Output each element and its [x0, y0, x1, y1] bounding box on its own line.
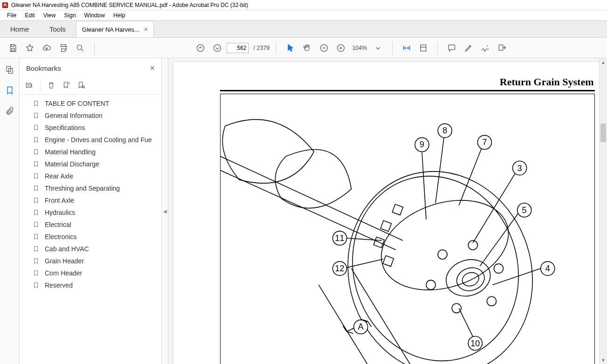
find-bookmark-icon[interactable] — [77, 81, 85, 91]
page-up-icon[interactable] — [193, 41, 208, 55]
svg-rect-2 — [61, 44, 66, 46]
fit-page-icon[interactable] — [416, 41, 431, 55]
bookmark-item[interactable]: Cab and HVAC — [20, 243, 161, 255]
svg-rect-10 — [499, 45, 503, 50]
bookmark-item[interactable]: Front Axle — [20, 194, 161, 206]
bookmark-label: Reserved — [45, 282, 73, 289]
bookmark-ribbon-icon — [33, 269, 39, 277]
bookmark-item[interactable]: Electrical — [20, 219, 161, 231]
svg-point-6 — [214, 44, 221, 51]
scroll-up-icon[interactable]: ▲ — [600, 58, 607, 66]
bookmark-item[interactable]: Material Handling — [20, 146, 161, 158]
svg-line-52 — [492, 268, 540, 285]
svg-point-20 — [441, 254, 495, 302]
menu-view[interactable]: View — [39, 12, 60, 19]
svg-line-55 — [459, 308, 473, 337]
bookmark-item[interactable]: General Information — [20, 110, 161, 122]
delete-bookmark-icon[interactable] — [47, 81, 55, 91]
zoom-dropdown-icon[interactable] — [371, 41, 386, 55]
menu-sign[interactable]: Sign — [60, 12, 80, 19]
separator — [437, 42, 438, 54]
bookmark-ribbon-icon — [33, 209, 39, 216]
svg-line-58 — [346, 238, 381, 240]
cloud-upload-icon[interactable] — [39, 41, 54, 55]
bookmark-options-icon[interactable] — [25, 81, 34, 91]
menu-edit[interactable]: Edit — [21, 12, 39, 19]
menu-file[interactable]: File — [3, 12, 21, 19]
bookmark-item[interactable]: Material Discharge — [20, 158, 161, 170]
svg-text:7: 7 — [482, 137, 487, 147]
separator — [392, 42, 393, 54]
separator — [276, 42, 276, 54]
bookmark-label: Threshing and Separating — [45, 185, 120, 192]
search-icon[interactable] — [73, 41, 88, 55]
bookmark-label: Rear Axle — [45, 172, 73, 180]
highlight-icon[interactable] — [461, 41, 476, 55]
tab-home[interactable]: Home — [0, 21, 39, 37]
new-bookmark-icon[interactable] — [62, 81, 70, 91]
bookmark-item[interactable]: Electronics — [20, 231, 161, 243]
bookmark-label: Cab and HVAC — [45, 245, 89, 253]
svg-rect-9 — [421, 45, 427, 51]
page-down-icon[interactable] — [210, 41, 225, 55]
svg-rect-3 — [62, 48, 65, 51]
svg-point-23 — [438, 250, 447, 259]
save-icon[interactable] — [6, 41, 21, 55]
print-icon[interactable] — [56, 41, 71, 55]
svg-text:5: 5 — [522, 206, 526, 215]
fit-width-icon[interactable] — [399, 41, 414, 55]
pointer-icon[interactable] — [283, 41, 298, 55]
bookmark-item[interactable]: Engine - Drives and Cooling and Fue — [20, 134, 161, 146]
hand-icon[interactable] — [300, 41, 315, 55]
bookmarks-icon[interactable] — [4, 84, 16, 96]
scroll-down-icon[interactable]: ▼ — [600, 356, 607, 364]
bookmark-label: Material Handling — [45, 148, 96, 156]
bookmark-ribbon-icon — [33, 233, 39, 240]
bookmark-ribbon-icon — [33, 197, 39, 204]
scroll-thumb[interactable] — [600, 124, 606, 142]
svg-point-25 — [494, 264, 503, 273]
collapse-handle[interactable]: ◀ — [162, 58, 168, 364]
menu-window[interactable]: Window — [80, 12, 109, 19]
zoom-in-icon[interactable] — [333, 41, 348, 55]
vertical-scrollbar[interactable]: ▲ ▼ — [599, 58, 607, 364]
menu-help[interactable]: Help — [109, 12, 130, 19]
close-icon[interactable]: × — [144, 26, 148, 33]
document-area: Return Grain System FIG. 608 71404365C — [168, 58, 607, 364]
bookmark-ribbon-icon — [33, 172, 39, 180]
close-panel-icon[interactable]: × — [150, 63, 155, 73]
svg-line-33 — [318, 285, 381, 364]
bookmark-item[interactable]: Specifications — [20, 122, 161, 134]
svg-point-24 — [468, 240, 477, 250]
zoom-out-icon[interactable] — [317, 41, 331, 55]
more-tools-icon[interactable] — [495, 41, 510, 55]
bookmark-label: Material Discharge — [45, 160, 99, 168]
bookmark-item[interactable]: Grain Header — [20, 255, 161, 267]
svg-line-40 — [459, 149, 481, 205]
bookmark-ribbon-icon — [33, 136, 39, 144]
bookmark-item[interactable]: TABLE OF CONTENT — [20, 97, 161, 110]
comment-icon[interactable] — [444, 41, 459, 55]
tab-document[interactable]: Gleaner NA Harves... × — [76, 21, 154, 37]
sign-icon[interactable] — [478, 41, 493, 55]
bookmark-label: TABLE OF CONTENT — [45, 100, 109, 107]
svg-rect-32 — [392, 204, 403, 215]
star-icon[interactable] — [22, 41, 37, 55]
tab-strip: Home Tools Gleaner NA Harves... × — [0, 21, 607, 38]
bookmark-item[interactable]: Reserved — [20, 279, 161, 291]
svg-point-4 — [77, 45, 82, 49]
thumbnails-icon[interactable] — [4, 64, 16, 76]
bookmark-item[interactable]: Corn Header — [20, 267, 161, 279]
bookmark-item[interactable]: Hydraulics — [20, 206, 161, 219]
menubar: File Edit View Sign Window Help — [0, 10, 607, 21]
bookmark-label: Electronics — [45, 233, 76, 240]
svg-text:8: 8 — [442, 126, 447, 135]
page-number-input[interactable] — [227, 43, 249, 53]
tab-tools[interactable]: Tools — [39, 21, 76, 37]
svg-line-16 — [221, 171, 396, 250]
bookmark-item[interactable]: Rear Axle — [20, 170, 161, 182]
attachments-icon[interactable] — [4, 105, 16, 117]
bookmark-item[interactable]: Threshing and Separating — [20, 182, 161, 194]
svg-line-46 — [422, 151, 426, 219]
zoom-level: 104% — [352, 45, 367, 51]
